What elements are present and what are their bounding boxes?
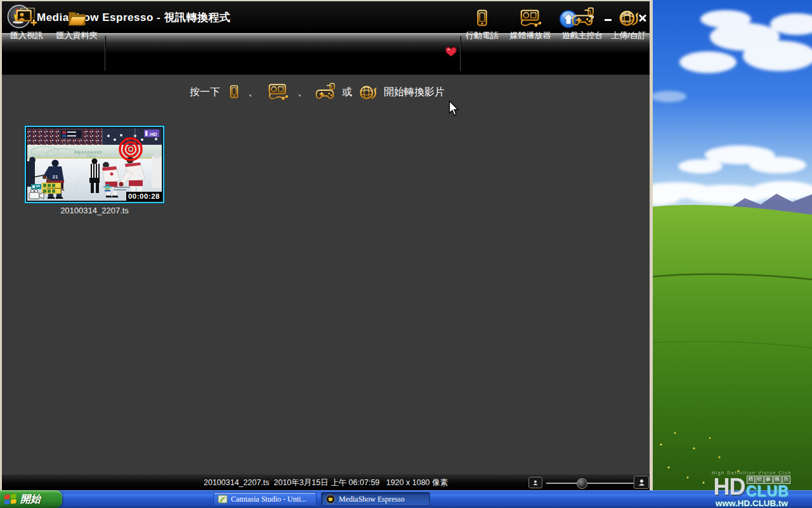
start-label: 開始	[20, 493, 41, 506]
task-label: MediaShow Espresso	[339, 495, 405, 504]
media-player-button[interactable]: 媒體播放器	[504, 2, 556, 44]
mobile-phone-button[interactable]: 行動電話	[461, 2, 503, 44]
camtasia-icon	[218, 494, 228, 504]
mediashow-icon	[325, 494, 336, 504]
instruction-line: 按一下 、 、 或 開始轉換影片	[190, 79, 445, 105]
instruction-or: 或	[342, 86, 352, 99]
mobile-phone-label: 行動電話	[466, 30, 499, 41]
upload-custom-button[interactable]: 上傳/自訂	[607, 2, 650, 44]
hd-badge: HD	[144, 130, 159, 137]
media-player-label: 媒體播放器	[510, 30, 551, 41]
game-console-icon	[570, 7, 595, 29]
taskbar-item-mediashow[interactable]: MediaShow Espresso	[321, 492, 430, 506]
game-console-button[interactable]: 遊戲主控台	[556, 2, 608, 44]
import-video-label: 匯入視訊	[10, 30, 43, 41]
globe-upload-icon	[618, 7, 639, 29]
instruction-action: 開始轉換影片	[384, 86, 445, 99]
media-player-icon	[516, 8, 545, 29]
mediashow-window: MediaShow Espresso - 視訊轉換程式 ? 匯入視訊 匯入資料夾…	[0, 0, 653, 491]
thumbnail-zoom-slider-knob[interactable]	[577, 478, 587, 489]
desktop-wallpaper	[650, 0, 812, 490]
instruction-click: 按一下	[190, 86, 220, 99]
import-folder-label: 匯入資料夾	[56, 30, 98, 41]
jersey-number: 21	[53, 174, 58, 180]
thumbnail-size-small-icon[interactable]	[528, 477, 542, 488]
status-filename: 20100314_2207.ts	[204, 478, 270, 487]
camcorder-icon	[29, 189, 45, 200]
hockey-thumbnail-image: vancouver 2010	[27, 128, 162, 201]
task-label: Camtasia Studio - Unti...	[231, 495, 306, 504]
import-video-button[interactable]: 匯入視訊	[4, 2, 49, 44]
game-console-label: 遊戲主控台	[562, 30, 603, 41]
import-folder-button[interactable]: 匯入資料夾	[51, 2, 102, 44]
screen: MediaShow Espresso - 視訊轉換程式 ? 匯入視訊 匯入資料夾…	[0, 0, 812, 508]
mobile-phone-icon	[473, 8, 492, 29]
game-console-icon	[314, 83, 336, 102]
status-datetime: 2010年3月15日 上午 06:07:59	[274, 478, 380, 487]
instruction-comma: 、	[248, 86, 258, 99]
toolbar-separator-2	[460, 36, 461, 71]
thumbnail-zoom-slider-track[interactable]	[546, 483, 635, 484]
toolbar-separator	[105, 36, 105, 71]
taskbar: 開始 e V2 »	[0, 490, 812, 508]
svg-text:HD: HD	[150, 131, 157, 137]
start-button[interactable]: 開始	[0, 490, 62, 508]
video-thumbnail[interactable]: vancouver 2010	[25, 126, 164, 203]
instruction-comma: 、	[298, 86, 308, 99]
import-folder-icon	[65, 8, 88, 29]
import-video-icon	[15, 7, 39, 29]
upload-custom-label: 上傳/自訂	[611, 30, 646, 41]
globe-upload-icon	[358, 83, 377, 102]
windows-logo-icon	[4, 493, 17, 505]
media-player-icon	[265, 83, 291, 102]
thumbnail-size-large-icon[interactable]	[634, 476, 649, 489]
thumbnail-filename: 20100314_2207.ts	[25, 206, 164, 215]
mobile-phone-icon	[226, 84, 242, 100]
duration-badge: 00:00:28	[126, 192, 162, 201]
taskbar-item-camtasia[interactable]: Camtasia Studio - Unti...	[213, 492, 317, 506]
status-resolution: 1920 x 1080 像素	[386, 478, 448, 487]
heart-icon[interactable]	[445, 46, 457, 58]
target-overlay-graphic	[120, 138, 141, 160]
